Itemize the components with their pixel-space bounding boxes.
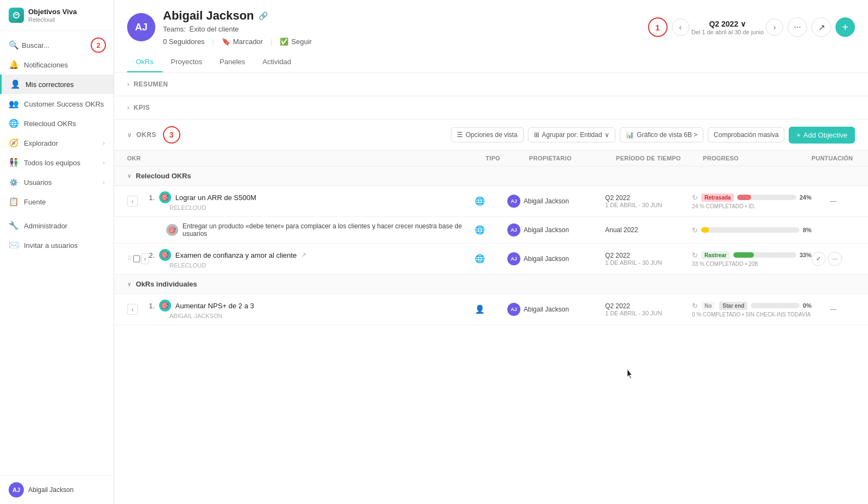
expand-btn-1[interactable]: › (127, 196, 138, 207)
sidebar-item-notifications[interactable]: 🔔 Notificaciones (0, 55, 114, 74)
okr-subtitle-2: RELECLOUD (149, 262, 468, 269)
period-nav: ‹ Q2 2022 ∨ Del 1 de abril al 30 de juni… (672, 18, 783, 36)
sidebar-item-customer-success[interactable]: 👥 Customer Success OKRs (0, 94, 114, 114)
user-info: AJ Abigail Jackson 🔗 Teams: Éxito del cl… (127, 9, 312, 46)
sidebar-item-admin[interactable]: 🔧 Administrador (0, 216, 114, 235)
owner-avatar-2: AJ (507, 252, 520, 265)
graph-view-btn[interactable]: 📊 Gráfico de vista 6B > (620, 127, 703, 142)
drag-handle-2[interactable]: ⠿ (127, 255, 132, 263)
okr-period-1: Q2 2022 1 DE ABRIL - 30 JUN (605, 194, 692, 208)
app-name: Objetivos Viva (28, 8, 77, 16)
group-icon: ⊞ (534, 131, 539, 139)
progress-fill-2 (733, 252, 754, 258)
admin-icon: 🔧 (9, 221, 18, 231)
action-check-btn[interactable]: ✓ (812, 252, 826, 266)
okr-title-sub: Entregar un producto «debe tener» para c… (183, 222, 468, 238)
app-sub: Relecloud (28, 16, 77, 23)
sidebar-user[interactable]: AJ Abigail Jackson (0, 475, 114, 504)
expand-btn-2[interactable]: › (141, 253, 149, 264)
bookmark-btn[interactable]: 🔖 Marcador (222, 38, 263, 46)
okr-expand-cell: › (127, 196, 149, 207)
resumen-title: RESUMEN (134, 80, 168, 88)
okr-subtitle-3: ABIGAIL JACKSON (149, 313, 468, 319)
graph-label: Gráfico de vista 6B > (637, 131, 697, 139)
expand-btn-3[interactable]: › (127, 304, 138, 315)
resumen-section: › RESUMEN (114, 73, 868, 96)
period-next-btn[interactable]: › (766, 18, 783, 36)
okr-title-1: Lograr un ARR de S500M (175, 194, 256, 202)
sidebar-item-relecloud-okrs[interactable]: 🌐 Relecloud OKRs (0, 114, 114, 133)
header-controls: 1 ‹ Q2 2022 ∨ Del 1 de abril al 30 de ju… (648, 17, 855, 37)
kpis-header[interactable]: › KPIs (114, 96, 868, 119)
sep1: | (212, 38, 214, 46)
tab-okrs[interactable]: OkRs (127, 52, 162, 72)
group-individual[interactable]: ∨ OkRs individuales (114, 275, 868, 294)
okr-title-3: Aumentar NPS+ de 2 a 3 (175, 302, 254, 310)
user-icon: 👤 (10, 79, 20, 89)
okr-progress-sub: ↻ 8% (692, 226, 812, 234)
users-dots-icon: ⚙️ (9, 177, 18, 187)
progress-pct-sub: 8% (803, 227, 812, 233)
okr-owner-sub: AJ Abigail Jackson (507, 223, 605, 237)
table-row: › 1. 🎯 Aumentar NPS+ de 2 a 3 ABIGAIL JA… (114, 294, 868, 325)
team-label: Teams: (163, 25, 186, 33)
group-relecloud-chevron: ∨ (127, 172, 131, 179)
okr-checkbox-2[interactable] (133, 255, 140, 263)
share-btn[interactable]: ↗ (812, 17, 831, 37)
external-link-icon[interactable]: ↗ (301, 251, 306, 259)
sidebar: Objetivos Viva Relecloud 🔍 Buscar... 2 🔔… (0, 0, 114, 504)
okrs-section-header: ∨ OkRs 3 (127, 126, 446, 144)
globe-nav-icon: 🌐 (9, 119, 18, 128)
group-icon: 👥 (9, 99, 18, 109)
link-icon[interactable]: 🔗 (259, 11, 268, 20)
list-icon: ☰ (457, 131, 463, 139)
logo-text-block: Objetivos Viva Relecloud (28, 8, 77, 23)
sidebar-item-all-teams[interactable]: 👫 Todos los equipos › (0, 153, 114, 172)
step-badge-3: 3 (163, 126, 180, 144)
header-tabs: OkRs Proyectos Paneles Actividad (127, 52, 855, 72)
source-icon: 📋 (9, 197, 18, 207)
progress-bar-sub (701, 227, 800, 233)
options-view-btn[interactable]: ☰ Opciones de vista (451, 127, 523, 142)
sep2: | (271, 38, 272, 46)
add-objective-btn[interactable]: + Add Objective (789, 127, 855, 144)
sidebar-item-my-corrections[interactable]: 👤 Mis correctores (0, 74, 114, 94)
sidebar-item-invite[interactable]: ✉️ Invitar a usuarios (0, 235, 114, 255)
all-teams-label: Todos los equipos (24, 159, 80, 167)
status-badge-star: Star end (719, 302, 747, 310)
teams-icon: 👫 (9, 158, 18, 167)
action-btns-2: ✓ ··· (812, 252, 855, 266)
period-label[interactable]: Q2 2022 ∨ (709, 20, 746, 28)
period-prev-btn[interactable]: ‹ (672, 18, 689, 36)
group-individual-chevron: ∨ (127, 281, 131, 288)
group-by-btn[interactable]: ⊞ Agrupar por: Entidad ∨ (528, 127, 616, 142)
sidebar-item-search[interactable]: 🔍 Buscar... 2 (0, 35, 114, 55)
users-arrow: › (103, 179, 105, 185)
tab-panels[interactable]: Paneles (211, 52, 254, 72)
th-propietario: Propietario (529, 155, 616, 161)
compass-icon: 🧭 (9, 138, 18, 148)
action-more-btn[interactable]: ··· (828, 252, 842, 266)
tab-activity[interactable]: Actividad (254, 52, 300, 72)
sidebar-item-source[interactable]: 📋 Fuente (0, 192, 114, 211)
sidebar-item-users[interactable]: ⚙️ Usuarios › (0, 172, 114, 192)
group-relecloud[interactable]: ∨ Relecloud OKRs (114, 166, 868, 186)
add-btn[interactable]: + (835, 17, 855, 37)
explorer-label: Explorador (24, 139, 58, 147)
resumen-header[interactable]: › RESUMEN (114, 73, 868, 96)
okr-expand-cell-3: › (127, 304, 149, 315)
okr-icon-1: 🎯 (159, 191, 171, 203)
content-area: › RESUMEN › KPIs ∨ OkRs 3 ☰ (114, 73, 868, 504)
followers-btn[interactable]: 0 Seguidores (163, 38, 205, 46)
more-options-btn[interactable]: ··· (788, 17, 807, 37)
user-actions: 0 Seguidores | 🔖 Marcador | ✅ Seguir (163, 38, 312, 46)
follow-btn[interactable]: ✅ Seguir (280, 38, 312, 46)
mass-check-btn[interactable]: Comprobación masiva (708, 127, 784, 142)
okrs-collapse-btn[interactable]: ∨ (127, 131, 132, 139)
sidebar-user-name: Abigail Jackson (28, 486, 73, 494)
sidebar-item-explorer[interactable]: 🧭 Explorador › (0, 133, 114, 153)
tab-projects[interactable]: Proyectos (162, 52, 211, 72)
okr-type-2: 🌐 (475, 254, 507, 264)
user-name: Abigail Jackson 🔗 (163, 9, 312, 23)
kpis-chevron: › (127, 104, 129, 111)
